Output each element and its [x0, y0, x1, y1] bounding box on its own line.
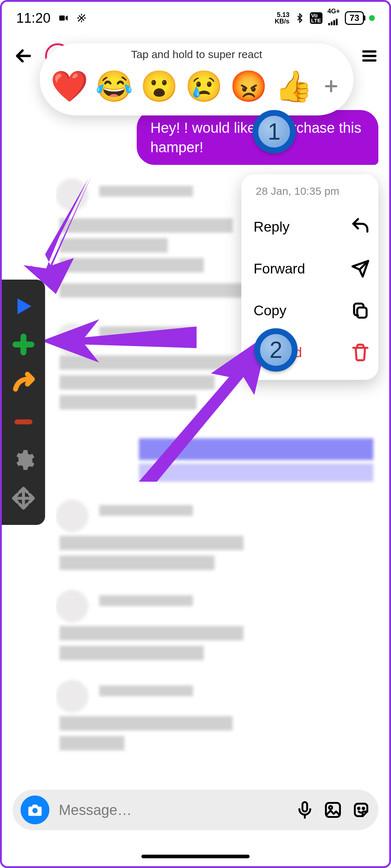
battery-indicator: 73 — [345, 11, 364, 25]
gear-icon[interactable] — [12, 448, 35, 472]
context-reply[interactable]: Reply — [254, 206, 370, 248]
annotation-arrow-3 — [135, 334, 272, 485]
copy-icon — [351, 301, 370, 320]
reaction-bar: Tap and hold to super react ❤️ 😂 😮 😢 😡 👍 — [40, 43, 353, 115]
signal-bars-icon — [328, 18, 340, 25]
annotation-step-2: 2 — [254, 328, 298, 372]
gallery-icon[interactable] — [324, 801, 342, 819]
reaction-laugh[interactable]: 😂 — [95, 71, 133, 101]
back-button[interactable] — [13, 45, 34, 67]
svg-rect-1 — [328, 23, 330, 25]
camera-in-use-dot — [369, 15, 375, 21]
svg-point-11 — [358, 808, 359, 809]
mic-icon[interactable] — [295, 801, 314, 819]
status-time: 11:20 — [16, 10, 50, 26]
annotation-toolbar — [2, 280, 45, 525]
svg-rect-9 — [326, 803, 340, 817]
status-bar: 11:20 5.13 KB/s VoLTE 4G+ 73 — [2, 2, 389, 34]
svg-point-7 — [32, 808, 38, 814]
message-input[interactable]: Message… — [59, 802, 286, 818]
svg-rect-4 — [336, 19, 338, 25]
play-icon[interactable] — [12, 294, 35, 318]
svg-rect-3 — [333, 20, 335, 25]
svg-rect-0 — [59, 16, 65, 21]
svg-rect-5 — [357, 307, 366, 317]
minus-icon[interactable] — [12, 409, 35, 433]
annotation-step-1: 1 — [252, 110, 296, 153]
network-label: 4G+ — [328, 8, 340, 28]
reaction-hint: Tap and hold to super react — [131, 48, 262, 61]
svg-point-12 — [363, 808, 364, 809]
sticker-icon[interactable] — [352, 801, 370, 819]
context-reply-label: Reply — [254, 219, 290, 235]
context-copy[interactable]: Copy — [254, 290, 370, 332]
reaction-angry[interactable]: 😡 — [230, 71, 268, 101]
trash-icon — [351, 343, 370, 362]
context-forward-label: Forward — [254, 261, 305, 277]
annotation-arrow-1 — [20, 175, 99, 294]
plus-icon[interactable] — [12, 333, 35, 356]
svg-point-10 — [329, 806, 332, 809]
data-rate: 5.13 KB/s — [275, 12, 290, 25]
message-composer: Message… — [13, 790, 378, 830]
camera-icon — [27, 802, 43, 818]
context-forward[interactable]: Forward — [254, 248, 370, 290]
share-arrow-icon[interactable] — [12, 371, 35, 395]
forward-icon — [351, 259, 370, 278]
hamburger-menu-icon[interactable] — [360, 47, 378, 65]
reaction-sad[interactable]: 😢 — [185, 71, 223, 101]
add-reaction-button[interactable] — [320, 75, 343, 98]
compass-off-icon — [76, 13, 87, 23]
svg-rect-6 — [14, 420, 32, 425]
volte-badge: VoLTE — [310, 12, 322, 24]
move-icon[interactable] — [12, 486, 35, 510]
reaction-thumbs-up[interactable]: 👍 — [275, 71, 313, 101]
context-copy-label: Copy — [254, 303, 286, 319]
svg-rect-8 — [303, 802, 307, 811]
context-menu-timestamp: 28 Jan, 10:35 pm — [254, 185, 370, 197]
camera-button[interactable] — [21, 795, 49, 824]
reaction-wow[interactable]: 😮 — [140, 71, 178, 101]
video-icon — [58, 13, 69, 23]
reply-icon — [351, 218, 370, 236]
home-indicator — [141, 855, 250, 858]
svg-rect-2 — [331, 22, 333, 25]
reaction-heart[interactable]: ❤️ — [50, 71, 88, 101]
bluetooth-icon — [295, 13, 305, 23]
